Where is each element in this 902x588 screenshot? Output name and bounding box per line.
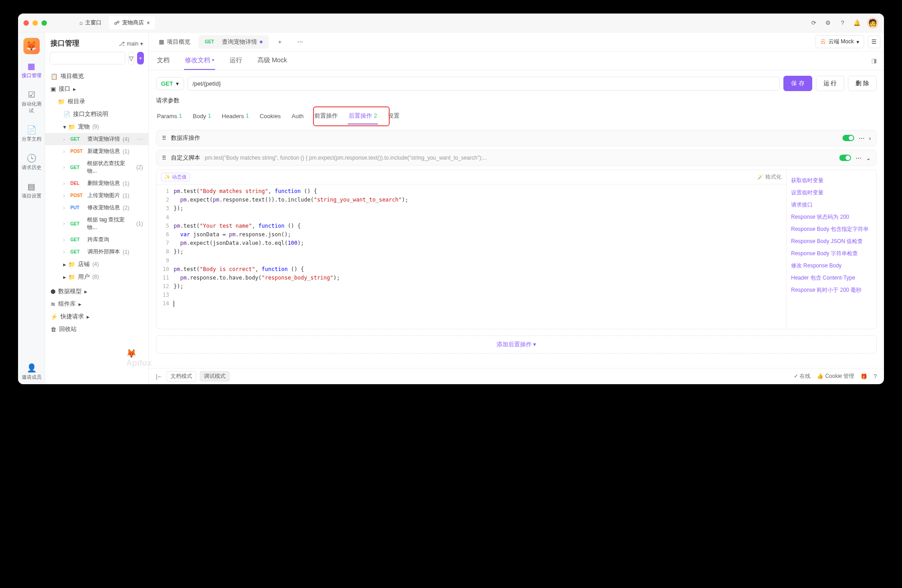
filter-button[interactable]: ▽ [128,52,134,64]
param-tab[interactable]: Auth [291,109,305,124]
tree-data-model[interactable]: ⬢ 数据模型 ▸ [45,285,148,298]
tree-pets-folder[interactable]: ▾ 📁 宠物 (9) [45,120,148,133]
tree-user-folder[interactable]: ▸ 📁 用户 (8) [45,271,148,283]
api-item[interactable]: ›GET查询宠物详情 (4)⋯ [45,133,148,145]
bell-icon[interactable]: 🔔 [852,18,861,28]
itab-run[interactable]: 运行 [229,52,243,70]
tree-root-dir[interactable]: 📁 根目录 [45,95,148,108]
tree-shop-folder[interactable]: ▸ 📁 店铺 (4) [45,258,148,271]
api-item[interactable]: ›POST上传宠物图片 (1) [45,189,148,202]
itab-doc[interactable]: 文档 [156,52,170,70]
api-item[interactable]: ›GET根据状态查找宠物... (2) [45,157,148,177]
rail-share[interactable]: 📄分享文档 [20,121,43,146]
wand-icon: 🪄 [757,174,764,180]
param-tab[interactable]: Cookies [259,109,282,124]
more-icon[interactable]: ⋯ [137,136,143,143]
path-input[interactable] [188,77,780,91]
toggle-db[interactable] [842,135,854,141]
toggle-script[interactable] [839,155,851,161]
tree-components[interactable]: ≋ 组件库 ▸ [45,298,148,310]
collapse-icon[interactable]: |← [156,373,163,380]
snippet-item[interactable]: Response Body JSON 值检查 [791,235,872,248]
mode-doc[interactable]: 文档模式 [166,371,196,381]
close-icon[interactable] [23,20,29,26]
settings-icon[interactable]: ⚙ [824,18,833,28]
snippet-item[interactable]: Response 状态码为 200 [791,211,872,223]
api-item[interactable]: ›DEL删除宠物信息 (1) [45,177,148,189]
dynamic-value-chip[interactable]: ✨ 动态值 [161,173,190,181]
param-tab[interactable]: 设置 [387,108,400,124]
code-lines[interactable]: pm.test("Body matches string", function … [174,187,786,326]
more-icon[interactable]: ⋯ [856,155,861,161]
window-tab-main[interactable]: ⌂主窗口 [74,16,107,29]
param-tab[interactable]: Headers1 [221,109,250,124]
add-button[interactable]: ＋ [137,52,144,64]
param-tabs: Params1Body1Headers1CookiesAuth前置操作后置操作2… [149,108,884,130]
snippet-item[interactable]: Response Body 包含指定字符串 [791,223,872,235]
close-tab-icon[interactable]: × [147,20,150,26]
api-item[interactable]: ›PUT修改宠物信息 (2) [45,202,148,214]
history-icon: 🕓 [20,153,43,163]
tree-quick-request[interactable]: ⚡ 快捷请求 ▸ [45,310,148,323]
method-selector[interactable]: GET▾ [156,77,184,90]
delete-button[interactable]: 删 除 [848,76,877,91]
minimize-icon[interactable] [32,20,38,26]
api-item[interactable]: ›GET根据 tag 查找宠物... (1) [45,214,148,234]
chevron-right-icon[interactable]: › [869,135,871,142]
rail-api[interactable]: ▦接口管理 [20,58,43,83]
tree-recycle[interactable]: 🗑 回收站 [45,323,148,335]
avatar[interactable]: 🧑 [867,17,879,29]
maximize-icon[interactable] [41,20,47,26]
itab-edit[interactable]: 修改文档 • [184,52,215,70]
snippet-item[interactable]: 请求接口 [791,199,872,211]
api-item[interactable]: ›GET跨库查询 [45,234,148,246]
cookie-manage[interactable]: 👍 Cookie 管理 [817,372,854,380]
tree-doc-desc[interactable]: 📄 接口文档说明 [45,108,148,120]
tab-add[interactable]: ＋ [271,35,289,49]
menu-button[interactable]: ☰ [868,36,880,48]
snippet-item[interactable]: Response Body 字符串检查 [791,248,872,260]
api-icon: ▦ [20,61,43,71]
help-icon[interactable]: ? [838,18,847,28]
refresh-icon[interactable]: ⟳ [809,18,818,28]
save-button[interactable]: 保 存 [783,76,812,91]
help-icon[interactable]: ? [874,373,877,380]
mode-debug[interactable]: 调试模式 [200,371,230,381]
param-tab[interactable]: 前置操作 [313,108,339,124]
gift-icon[interactable]: 🎁 [861,373,867,380]
tab-api-detail[interactable]: GET查询宠物详情 [198,35,269,49]
search-input[interactable] [50,52,125,64]
rail-invite[interactable]: 👤邀请成员 [20,359,43,384]
api-item[interactable]: ›GET调用外部脚本 (1) [45,246,148,258]
branch-icon: ⎇ [119,41,125,47]
api-item[interactable]: ›POST新建宠物信息 (1) [45,145,148,157]
branch-selector[interactable]: ⎇main▾ [119,41,143,47]
itab-mock[interactable]: 高级 Mock [257,52,288,70]
param-tab[interactable]: Params1 [156,109,183,124]
drag-icon[interactable]: ⠿ [162,135,166,142]
tab-more-icon[interactable]: ⋯ [291,36,309,48]
window-tab-project[interactable]: ☍宠物商店× [109,16,155,29]
more-icon[interactable]: ⋯ [859,135,865,142]
chevron-down-icon[interactable]: ⌄ [866,155,871,161]
mock-selector[interactable]: 云云端 Mock▾ [815,35,864,48]
tree-overview[interactable]: 📋 项目概览 [45,70,148,83]
link-icon: ☍ [114,20,120,26]
rail-test[interactable]: ☑自动化测试 [20,86,43,118]
snippet-item[interactable]: Header 包含 Content-Type [791,272,872,284]
param-tab[interactable]: Body1 [192,109,212,124]
run-button[interactable]: 运 行 [816,76,845,91]
format-button[interactable]: 🪄格式化 [757,173,782,181]
snippet-item[interactable]: 获取临时变量 [791,175,872,187]
drag-icon[interactable]: ⠿ [162,155,166,161]
param-tab[interactable]: 后置操作2 [348,108,378,124]
snippet-item[interactable]: 设置临时变量 [791,187,872,199]
rail-settings[interactable]: ▤项目设置 [20,178,43,203]
snippet-item[interactable]: Response 耗时小于 200 毫秒 [791,284,872,296]
add-post-op-button[interactable]: 添加后置操作 ▾ [156,335,877,354]
snippet-item[interactable]: 修改 Response Body [791,260,872,272]
rail-history[interactable]: 🕓请求历史 [20,150,43,175]
panel-toggle-icon[interactable]: ◨ [871,57,877,64]
tree-api-root[interactable]: ▣ 接口 ▸ [45,83,148,95]
tab-project-overview[interactable]: ▦ 项目概览 [152,35,197,49]
